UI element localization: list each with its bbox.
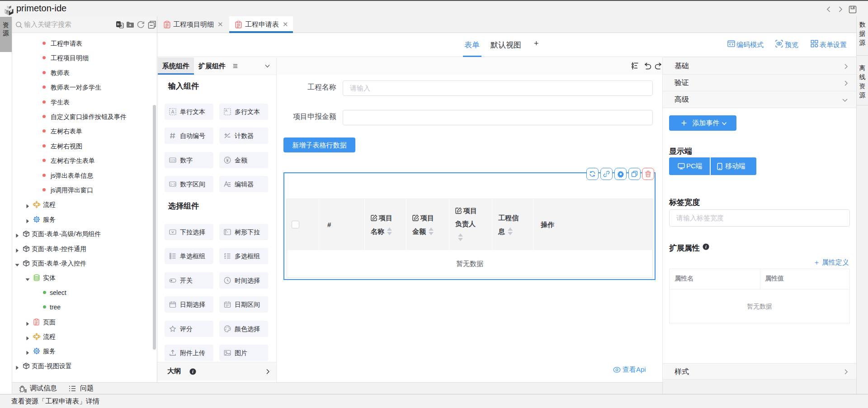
svg-text:123: 123 [170,159,175,162]
svg-text:i: i [192,369,193,374]
svg-text:A: A [171,109,175,114]
svg-text:i: i [705,244,707,249]
svg-text:1~3: 1~3 [170,183,175,186]
svg-text:A: A [225,109,227,113]
